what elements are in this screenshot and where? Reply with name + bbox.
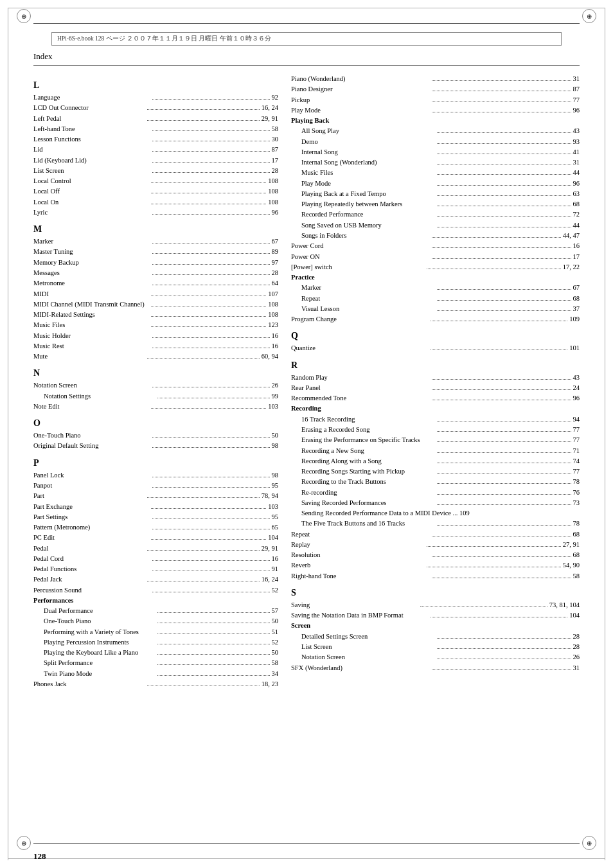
entry-16-track-recording: 16 Track Recording 94 [291, 414, 580, 425]
entry-pc-edit: PC Edit 104 [33, 533, 278, 543]
entry-phones-jack: Phones Jack 18, 23 [33, 679, 278, 689]
section-P: P [33, 458, 278, 468]
entry-left-pedal: Left Pedal 29, 91 [33, 114, 278, 124]
entry-midi-channel: MIDI Channel (MIDI Transmit Channel) 108 [33, 299, 278, 310]
page-number: 128 [33, 851, 46, 862]
entry-saving: Saving 73, 81, 104 [291, 600, 580, 610]
entry-play-mode-pb: Play Mode 96 [291, 179, 580, 189]
entry-pedal: Pedal 29, 91 [33, 544, 278, 554]
entry-practice-marker: Marker 67 [291, 283, 580, 293]
entry-visual-lesson: Visual Lesson 37 [291, 304, 580, 314]
entry-playing-back-fixed-tempo: Playing Back at a Fixed Tempo 63 [291, 189, 580, 199]
entry-pedal-jack: Pedal Jack 16, 24 [33, 574, 278, 585]
entry-music-rest: Music Rest 16 [33, 341, 278, 351]
section-N: N [33, 368, 278, 378]
entry-practice-heading: Practice [291, 272, 580, 283]
entry-detailed-settings-screen: Detailed Settings Screen 28 [291, 632, 580, 642]
entry-marker: Marker 67 [33, 236, 278, 247]
entry-resolution: Resolution 68 [291, 550, 580, 560]
left-border-outer [8, 8, 8, 860]
entry-pattern-metronome: Pattern (Metronome) 65 [33, 522, 278, 533]
entry-five-track-buttons: The Five Track Buttons and 16 Tracks 78 [291, 518, 580, 529]
entry-lid-keyboard: Lid (Keyboard Lid) 17 [33, 155, 278, 166]
entry-piano-wonderland: Piano (Wonderland) 31 [291, 74, 580, 84]
entry-recorded-performance: Recorded Performance 72 [291, 209, 580, 220]
entry-notation-settings: Notation Settings 99 [33, 391, 278, 402]
corner-mark-br: ⊕ [582, 836, 596, 850]
entry-twin-piano-mode: Twin Piano Mode 34 [33, 669, 278, 679]
entry-play-mode: Play Mode 96 [291, 105, 580, 116]
entry-music-files-pb: Music Files 44 [291, 168, 580, 178]
entry-music-holder: Music Holder 16 [33, 331, 278, 341]
entry-lcd-out-connector: LCD Out Connector 16, 24 [33, 103, 278, 113]
top-border-inner [33, 23, 580, 24]
entry-performing-variety-tones: Performing with a Variety of Tones 51 [33, 627, 278, 637]
entry-rear-panel: Rear Panel 24 [291, 383, 580, 393]
entry-saving-recorded-performances: Saving Recorded Performances 73 [291, 498, 580, 508]
entry-mute: Mute 60, 94 [33, 351, 278, 362]
entry-random-play: Random Play 43 [291, 373, 580, 383]
entry-replay: Replay 27, 91 [291, 540, 580, 550]
entry-power-cord: Power Cord 16 [291, 241, 580, 251]
entry-left-hand-tone: Left-hand Tone 58 [33, 124, 278, 134]
entry-screen-heading: Screen [291, 621, 580, 631]
header-meta: HPi-6S-e.book 128 ページ ２００７年１１月１９日 月曜日 午前… [51, 32, 562, 46]
entry-repeat: Repeat 68 [291, 529, 580, 540]
entry-dual-performance: Dual Performance 57 [33, 606, 278, 616]
entry-notation-screen-s: Notation Screen 26 [291, 652, 580, 662]
right-border-outer [605, 8, 605, 860]
section-M: M [33, 224, 278, 235]
entry-right-hand-tone: Right-hand Tone 58 [291, 571, 580, 581]
section-O: O [33, 418, 278, 429]
right-column: Piano (Wonderland) 31 Piano Designer 87 … [285, 74, 580, 689]
entry-pedal-functions: Pedal Functions 91 [33, 564, 278, 574]
entry-local-off: Local Off 108 [33, 186, 278, 197]
entry-messages: Messages 28 [33, 268, 278, 278]
corner-mark-tl: ⊕ [17, 9, 31, 23]
two-column-layout: L Language 92 LCD Out Connector 16, 24 L… [33, 74, 580, 689]
entry-recording-new-song: Recording a New Song 71 [291, 446, 580, 456]
entry-quantize: Quantize 101 [291, 343, 580, 353]
entry-sending-recorded-performance-midi: Sending Recorded Performance Data to a M… [291, 508, 580, 518]
entry-part-exchange: Part Exchange 103 [33, 502, 278, 512]
page: ⊕ ⊕ ⊕ ⊕ HPi-6S-e.book 128 ページ ２００７年１１月１９… [0, 0, 613, 868]
entry-re-recording: Re-recording 76 [291, 488, 580, 498]
entry-song-saved-usb: Song Saved on USB Memory 44 [291, 220, 580, 231]
entry-master-tuning: Master Tuning 89 [33, 247, 278, 257]
entry-original-default-setting: Original Default Setting 98 [33, 441, 278, 451]
entry-songs-in-folders: Songs in Folders 44, 47 [291, 231, 580, 241]
entry-program-change: Program Change 109 [291, 314, 580, 324]
entry-metronome: Metronome 64 [33, 278, 278, 288]
entry-list-screen-s: List Screen 28 [291, 642, 580, 652]
entry-recording-heading: Recording [291, 403, 580, 414]
entry-memory-backup: Memory Backup 97 [33, 258, 278, 268]
entry-percussion-sound: Percussion Sound 52 [33, 585, 278, 596]
entry-power-switch: [Power] switch 17, 22 [291, 262, 580, 272]
entry-lesson-functions: Lesson Functions 30 [33, 134, 278, 145]
entry-notation-screen: Notation Screen 26 [33, 380, 278, 391]
entry-note-edit: Note Edit 103 [33, 402, 278, 412]
page-title: Index [33, 51, 580, 63]
entry-part-settings: Part Settings 95 [33, 512, 278, 522]
top-border-outer [8, 8, 605, 8]
section-S: S [291, 588, 580, 598]
entry-midi: MIDI 107 [33, 289, 278, 299]
entry-split-performance: Split Performance 58 [33, 658, 278, 668]
entry-playing-percussion-instruments: Playing Percussion Instruments 52 [33, 637, 278, 648]
entry-lyric: Lyric 96 [33, 208, 278, 218]
entry-power-on: Power ON 17 [291, 252, 580, 262]
entry-local-control: Local Control 108 [33, 176, 278, 186]
entry-playing-back-heading: Playing Back [291, 116, 580, 126]
entry-erasing-recorded-song: Erasing a Recorded Song 77 [291, 425, 580, 435]
entry-recording-songs-starting-pickup: Recording Songs Starting with Pickup 77 [291, 466, 580, 477]
entry-recording-to-track-buttons: Recording to the Track Buttons 78 [291, 477, 580, 487]
entry-list-screen: List Screen 28 [33, 166, 278, 176]
entry-music-files: Music Files 123 [33, 320, 278, 330]
entry-playing-keyboard-like-piano: Playing the Keyboard Like a Piano 50 [33, 648, 278, 658]
entry-piano-designer: Piano Designer 87 [291, 84, 580, 94]
entry-recommended-tone: Recommended Tone 96 [291, 393, 580, 403]
entry-local-on: Local On 108 [33, 197, 278, 208]
entry-internal-song: Internal Song 41 [291, 147, 580, 157]
entry-pickup: Pickup 77 [291, 95, 580, 105]
content-area: Index L Language 92 LCD Out Connector 16… [33, 51, 580, 833]
